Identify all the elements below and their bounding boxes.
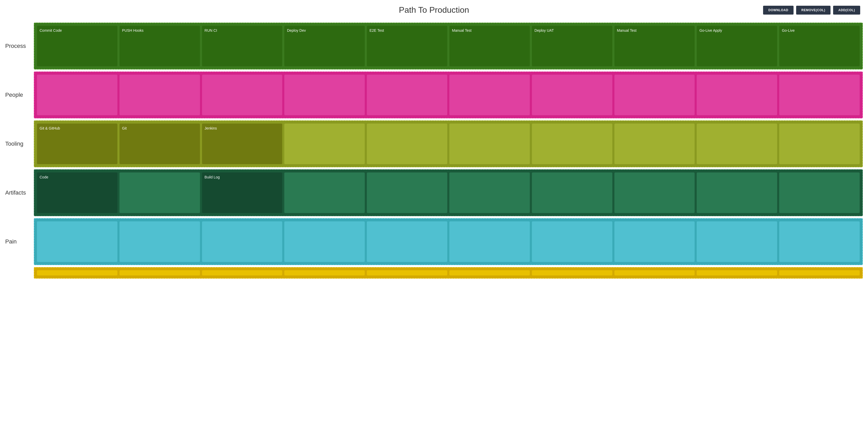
process-row: Process Commit Code PUSH Hooks RUN CI De… [5, 23, 863, 69]
bottom-cell-5[interactable] [367, 270, 447, 275]
pain-cell-9[interactable] [697, 221, 777, 262]
pain-cell-10[interactable] [779, 221, 860, 262]
cell-manual-test-2[interactable]: Manual Test [614, 26, 695, 66]
people-cell-4[interactable] [284, 75, 365, 115]
artifacts-cell-7[interactable] [532, 172, 612, 213]
tooling-cell-5[interactable] [367, 124, 447, 164]
cell-build-log[interactable]: Build Log [202, 172, 282, 213]
people-cell-5[interactable] [367, 75, 447, 115]
cell-jenkins[interactable]: Jenkins [202, 124, 282, 164]
people-cell-10[interactable] [779, 75, 860, 115]
tooling-cell-4[interactable] [284, 124, 365, 164]
tooling-row: Tooling Git & GitHub Git Jenkins [5, 121, 863, 167]
pain-cell-6[interactable] [450, 221, 530, 262]
cell-commit-code[interactable]: Commit Code [37, 26, 117, 66]
people-cell-8[interactable] [614, 75, 695, 115]
pain-cell-1[interactable] [37, 221, 117, 262]
cell-git-github[interactable]: Git & GitHub [37, 124, 117, 164]
artifacts-cell-10[interactable] [779, 172, 860, 213]
bottom-cell-1[interactable] [37, 270, 117, 275]
artifacts-cell-5[interactable] [367, 172, 447, 213]
pain-row: Pain [5, 218, 863, 265]
header-buttons: DOWNLOAD REMOVE(COL) ADD(COL) [763, 6, 860, 14]
pain-content [34, 218, 863, 265]
artifacts-label: Artifacts [5, 169, 34, 216]
people-cell-6[interactable] [450, 75, 530, 115]
artifacts-content: Code Build Log [34, 169, 863, 216]
cell-e2e-test[interactable]: E2E Test [367, 26, 447, 66]
cell-run-ci[interactable]: RUN CI [202, 26, 282, 66]
bottom-cell-6[interactable] [450, 270, 530, 275]
people-label: People [5, 71, 34, 119]
tooling-content: Git & GitHub Git Jenkins [34, 121, 863, 167]
bottom-content [34, 267, 863, 278]
pain-cell-5[interactable] [367, 221, 447, 262]
cell-manual-test-1[interactable]: Manual Test [450, 26, 530, 66]
people-cell-3[interactable] [202, 75, 282, 115]
process-label: Process [5, 23, 34, 69]
pain-label: Pain [5, 218, 34, 265]
bottom-row [5, 267, 863, 278]
remove-col-button[interactable]: REMOVE(COL) [796, 6, 831, 14]
people-cell-2[interactable] [120, 75, 200, 115]
process-content: Commit Code PUSH Hooks RUN CI Deploy Dev… [34, 23, 863, 69]
bottom-cell-3[interactable] [202, 270, 282, 275]
download-button[interactable]: DOWNLOAD [763, 6, 794, 14]
tooling-cell-8[interactable] [614, 124, 695, 164]
artifacts-cell-6[interactable] [450, 172, 530, 213]
cell-deploy-uat[interactable]: Deploy UAT [532, 26, 612, 66]
people-row: People [5, 71, 863, 119]
bottom-cell-10[interactable] [779, 270, 860, 275]
pain-cell-8[interactable] [614, 221, 695, 262]
bottom-label [5, 267, 34, 278]
pain-cell-4[interactable] [284, 221, 365, 262]
artifacts-cell-9[interactable] [697, 172, 777, 213]
artifacts-row: Artifacts Code Build Log [5, 169, 863, 216]
people-cell-9[interactable] [697, 75, 777, 115]
tooling-cell-10[interactable] [779, 124, 860, 164]
bottom-cell-2[interactable] [120, 270, 200, 275]
page-header: Path To Production DOWNLOAD REMOVE(COL) … [0, 0, 868, 20]
cell-go-live-apply[interactable]: Go-Live Apply [697, 26, 777, 66]
add-col-button[interactable]: ADD(COL) [833, 6, 860, 14]
cell-deploy-dev[interactable]: Deploy Dev [284, 26, 365, 66]
pain-cell-7[interactable] [532, 221, 612, 262]
people-content [34, 71, 863, 119]
main-grid: Process Commit Code PUSH Hooks RUN CI De… [0, 20, 868, 283]
artifacts-cell-8[interactable] [614, 172, 695, 213]
pain-cell-3[interactable] [202, 221, 282, 262]
tooling-label: Tooling [5, 121, 34, 167]
people-cell-1[interactable] [37, 75, 117, 115]
cell-git[interactable]: Git [120, 124, 200, 164]
tooling-cell-7[interactable] [532, 124, 612, 164]
tooling-cell-9[interactable] [697, 124, 777, 164]
people-cell-7[interactable] [532, 75, 612, 115]
artifacts-cell-4[interactable] [284, 172, 365, 213]
artifacts-cell-2[interactable] [120, 172, 200, 213]
page-title: Path To Production [399, 5, 469, 15]
cell-push-hooks[interactable]: PUSH Hooks [120, 26, 200, 66]
cell-code[interactable]: Code [37, 172, 117, 213]
bottom-cell-8[interactable] [614, 270, 695, 275]
pain-cell-2[interactable] [120, 221, 200, 262]
bottom-cell-4[interactable] [284, 270, 365, 275]
tooling-cell-6[interactable] [450, 124, 530, 164]
cell-go-live[interactable]: Go-Live [779, 26, 860, 66]
bottom-cell-7[interactable] [532, 270, 612, 275]
bottom-cell-9[interactable] [697, 270, 777, 275]
